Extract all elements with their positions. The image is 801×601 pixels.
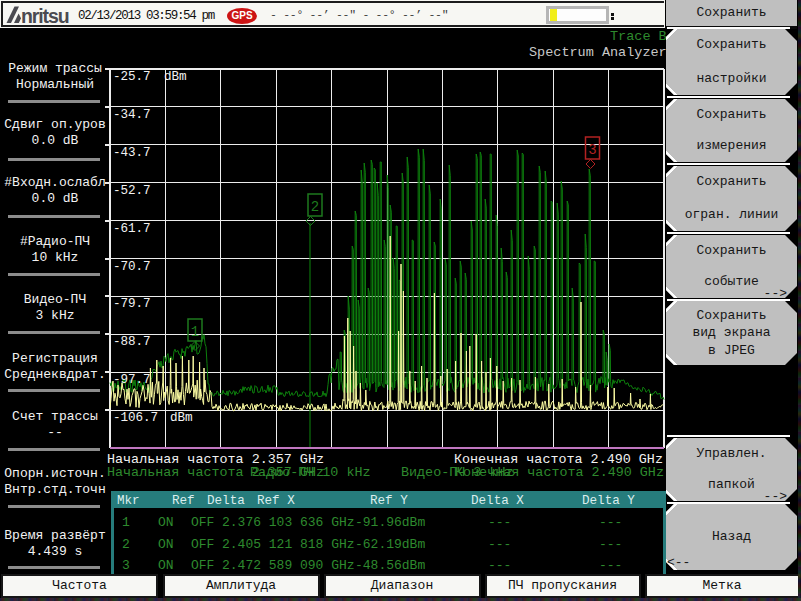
svg-text:2: 2 — [311, 199, 319, 215]
svg-text:nritsu: nritsu — [21, 5, 69, 25]
svg-text:1: 1 — [191, 324, 199, 340]
svg-text:3: 3 — [588, 142, 596, 158]
